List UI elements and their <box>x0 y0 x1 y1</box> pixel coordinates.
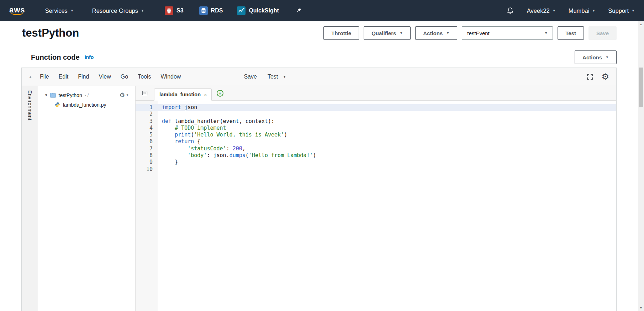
throttle-label: Throttle <box>331 30 351 36</box>
menu-item-tools[interactable]: Tools <box>138 74 151 80</box>
line-number[interactable]: 9 <box>136 159 158 166</box>
new-tab-button[interactable]: + <box>217 90 223 97</box>
nav-shortcut-s3[interactable]: S3 <box>165 6 184 15</box>
menu-item-find[interactable]: Find <box>78 74 89 80</box>
editor-settings-gear-icon[interactable]: ⚙ <box>601 73 609 81</box>
function-code-header: Function code Info Actions ▼ <box>0 45 644 68</box>
editor-test-button[interactable]: Test <box>268 74 278 80</box>
code-line[interactable]: 1import json <box>136 104 616 111</box>
s3-icon <box>165 6 173 15</box>
chevron-down-icon: ▼ <box>553 9 556 12</box>
tree-root-name: testPython <box>59 92 82 98</box>
environment-label: Environment <box>27 90 33 311</box>
menu-item-view[interactable]: View <box>99 74 111 80</box>
tab-label: lambda_function <box>159 92 201 97</box>
code-editor-panel: ▲ File Edit Find View Go Tools Window Sa… <box>21 68 617 311</box>
line-number[interactable]: 10 <box>136 166 158 173</box>
line-number[interactable]: 8 <box>136 152 158 159</box>
actions-button[interactable]: Actions ▼ <box>415 26 457 40</box>
plus-icon: + <box>218 91 221 96</box>
pin-shortcuts-button[interactable] <box>295 7 302 14</box>
fullscreen-button[interactable] <box>586 73 593 80</box>
throttle-button[interactable]: Throttle <box>323 26 359 40</box>
save-button[interactable]: Save <box>588 26 617 40</box>
chevron-down-icon[interactable]: ▼ <box>283 75 286 79</box>
code-line[interactable]: 2 <box>136 111 616 118</box>
line-number[interactable]: 7 <box>136 145 158 152</box>
line-number[interactable]: 1 <box>136 104 158 111</box>
nav-right-group: Aveek22 ▼ Mumbai ▼ Support ▼ <box>506 7 635 15</box>
line-number[interactable]: 4 <box>136 125 158 132</box>
page-scrollbar[interactable]: ▲ ▼ <box>638 21 644 311</box>
menu-item-window[interactable]: Window <box>161 74 181 80</box>
menu-item-edit[interactable]: Edit <box>59 74 69 80</box>
editor-body: Environment ▾ testPython - / ⚙ ▼ <box>22 86 616 311</box>
bell-icon <box>506 7 514 15</box>
nav-services[interactable]: Services ▼ <box>45 7 74 14</box>
editor-pane: lambda_function × + 1import json23def la… <box>136 86 616 311</box>
nav-region[interactable]: Mumbai ▼ <box>569 7 596 14</box>
nav-support-label: Support <box>608 7 629 14</box>
nav-resource-groups[interactable]: Resource Groups ▼ <box>92 7 144 14</box>
scroll-up-button[interactable]: ▲ <box>638 21 644 27</box>
aws-logo[interactable]: aws <box>9 6 25 15</box>
nav-resource-groups-label: Resource Groups <box>92 7 138 14</box>
test-button[interactable]: Test <box>558 26 584 40</box>
code-line-text <box>158 166 162 173</box>
nav-shortcut-rds[interactable]: RDS <box>199 6 223 15</box>
code-line[interactable]: 3def lambda_handler(event, context): <box>136 118 616 125</box>
chevron-down-icon: ▼ <box>126 94 129 97</box>
nav-support[interactable]: Support ▼ <box>608 7 635 14</box>
file-tree: ▾ testPython - / ⚙ ▼ lambda_function.py <box>38 86 136 311</box>
code-lines: 1import json23def lambda_handler(event, … <box>136 104 616 173</box>
scrollbar-thumb[interactable] <box>639 68 643 107</box>
chevron-down-icon: ▼ <box>632 9 635 12</box>
code-line[interactable]: 10 <box>136 166 616 173</box>
menu-item-file[interactable]: File <box>40 74 49 80</box>
code-line[interactable]: 8 'body': json.dumps('Hello from Lambda!… <box>136 152 616 159</box>
code-line[interactable]: 6 return { <box>136 138 616 145</box>
notifications-button[interactable] <box>506 7 514 15</box>
code-line[interactable]: 4 # TODO implement <box>136 125 616 132</box>
tree-settings-button[interactable]: ⚙ ▼ <box>120 92 129 98</box>
code-line-text: 'statusCode': 200, <box>158 145 246 152</box>
code-line[interactable]: 5 print('Hello World, this is Aveek') <box>136 132 616 138</box>
nav-account-label: Aveek22 <box>527 7 550 14</box>
tab-lambda-function[interactable]: lambda_function × <box>154 89 212 101</box>
code-line-text: def lambda_handler(event, context): <box>158 118 274 125</box>
editor-save-button[interactable]: Save <box>244 74 257 80</box>
tab-list-icon <box>142 90 148 96</box>
info-link[interactable]: Info <box>85 54 94 60</box>
line-number[interactable]: 2 <box>136 111 158 118</box>
tree-file-name: lambda_function.py <box>63 102 106 108</box>
test-event-select[interactable]: testEvent ▼ <box>462 26 553 40</box>
nav-account[interactable]: Aveek22 ▼ <box>527 7 556 14</box>
line-number[interactable]: 3 <box>136 118 158 125</box>
code-line-text: import json <box>158 104 197 111</box>
collapse-pane-icon[interactable]: ▲ <box>29 75 32 79</box>
quicksight-icon <box>237 6 246 15</box>
tree-file-row[interactable]: lambda_function.py <box>38 100 135 109</box>
qualifiers-button[interactable]: Qualifiers ▼ <box>364 26 411 40</box>
scroll-down-button[interactable]: ▼ <box>638 305 644 311</box>
line-number[interactable]: 5 <box>136 132 158 138</box>
tab-close-icon[interactable]: × <box>204 92 207 98</box>
tree-root-row[interactable]: ▾ testPython - / ⚙ ▼ <box>38 90 135 100</box>
line-number[interactable]: 6 <box>136 138 158 145</box>
aws-top-nav: aws Services ▼ Resource Groups ▼ S3 RDS <box>0 0 644 21</box>
chevron-down-icon: ▼ <box>141 9 144 12</box>
code-line[interactable]: 9 } <box>136 159 616 166</box>
code-line-text <box>158 111 162 118</box>
header-actions: Throttle Qualifiers ▼ Actions ▼ testEven… <box>323 26 617 40</box>
function-code-actions-button[interactable]: Actions ▼ <box>575 50 617 64</box>
nav-shortcut-quicksight[interactable]: QuickSight <box>237 6 279 15</box>
tree-expand-caret-icon[interactable]: ▾ <box>45 93 47 97</box>
tab-list-button[interactable] <box>142 90 148 96</box>
environment-tab[interactable]: Environment <box>22 86 38 311</box>
editor-menubar: ▲ File Edit Find View Go Tools Window Sa… <box>22 68 616 86</box>
chevron-down-icon: ▼ <box>606 56 609 59</box>
code-line[interactable]: 7 'statusCode': 200, <box>136 145 616 152</box>
menu-item-go[interactable]: Go <box>121 74 128 80</box>
code-area[interactable]: 1import json23def lambda_handler(event, … <box>136 101 616 311</box>
fullscreen-icon <box>586 73 593 80</box>
